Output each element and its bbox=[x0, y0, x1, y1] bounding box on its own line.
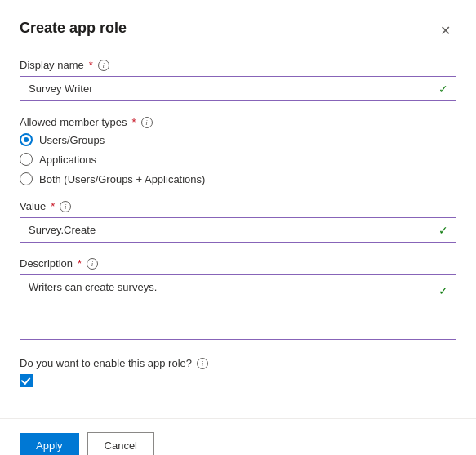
enable-label: Do you want to enable this app role? i bbox=[20, 357, 456, 369]
enable-info-icon[interactable]: i bbox=[197, 358, 208, 369]
radio-both-label: Both (Users/Groups + Applications) bbox=[39, 173, 205, 185]
enable-checkbox-item[interactable] bbox=[20, 374, 456, 387]
cancel-button[interactable]: Cancel bbox=[87, 432, 154, 455]
value-info-icon[interactable]: i bbox=[60, 201, 71, 212]
radio-users-groups[interactable] bbox=[20, 133, 33, 146]
radio-item-applications[interactable]: Applications bbox=[20, 153, 456, 166]
required-star-desc: * bbox=[78, 257, 82, 270]
description-info-icon[interactable]: i bbox=[87, 258, 98, 270]
radio-applications-label: Applications bbox=[39, 154, 96, 166]
member-types-info-icon[interactable]: i bbox=[141, 117, 153, 128]
close-button[interactable]: ✕ bbox=[434, 20, 456, 42]
create-app-role-dialog: Create app role ✕ Display name * i ✓ All… bbox=[0, 0, 476, 455]
dialog-header: Create app role ✕ bbox=[0, 0, 476, 42]
required-star-value: * bbox=[51, 200, 55, 212]
value-input[interactable] bbox=[20, 217, 456, 243]
required-star-member: * bbox=[132, 116, 136, 128]
display-name-input[interactable] bbox=[20, 76, 456, 101]
value-check-icon: ✓ bbox=[438, 224, 448, 237]
dialog-footer: Apply Cancel bbox=[0, 418, 476, 455]
display-name-group: Display name * i ✓ bbox=[20, 59, 456, 101]
enable-checkbox[interactable] bbox=[20, 374, 33, 387]
description-textarea[interactable]: Writers can create surveys. bbox=[20, 274, 456, 340]
dialog-body: Display name * i ✓ Allowed member types … bbox=[0, 42, 476, 418]
required-star: * bbox=[89, 59, 93, 71]
value-label: Value * i bbox=[20, 200, 456, 212]
display-name-check-icon: ✓ bbox=[438, 83, 448, 96]
enable-group: Do you want to enable this app role? i bbox=[20, 357, 456, 387]
allowed-member-types-group: Allowed member types * i Users/Groups Ap… bbox=[20, 116, 456, 185]
apply-button[interactable]: Apply bbox=[20, 433, 79, 455]
radio-users-groups-label: Users/Groups bbox=[39, 134, 105, 146]
radio-item-both[interactable]: Both (Users/Groups + Applications) bbox=[20, 172, 456, 185]
value-group: Value * i ✓ bbox=[20, 200, 456, 243]
description-textarea-wrapper: Writers can create surveys. ✓ bbox=[20, 274, 456, 342]
radio-both[interactable] bbox=[20, 172, 33, 185]
radio-applications[interactable] bbox=[20, 153, 33, 166]
display-name-label: Display name * i bbox=[20, 59, 456, 71]
radio-group: Users/Groups Applications Both (Users/Gr… bbox=[20, 133, 456, 185]
dialog-title: Create app role bbox=[20, 20, 127, 37]
display-name-info-icon[interactable]: i bbox=[98, 60, 109, 71]
radio-item-users[interactable]: Users/Groups bbox=[20, 133, 456, 146]
description-label: Description * i bbox=[20, 257, 456, 270]
enable-checkbox-group bbox=[20, 374, 456, 387]
description-check-icon: ✓ bbox=[438, 284, 448, 297]
display-name-input-wrapper: ✓ bbox=[20, 76, 456, 101]
allowed-member-types-label: Allowed member types * i bbox=[20, 116, 456, 128]
value-input-wrapper: ✓ bbox=[20, 217, 456, 243]
description-group: Description * i Writers can create surve… bbox=[20, 257, 456, 342]
